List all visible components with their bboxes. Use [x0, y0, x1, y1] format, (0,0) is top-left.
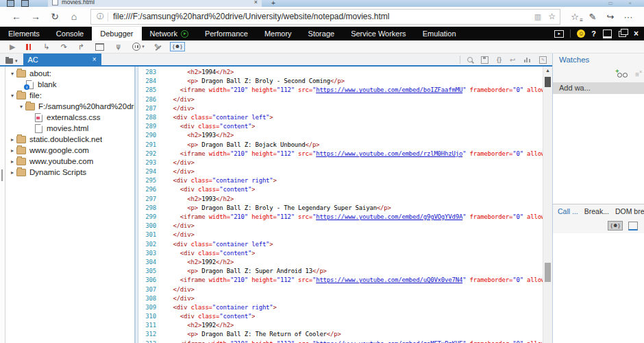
devtools-tab-elements[interactable]: Elements	[0, 27, 48, 40]
site-info-icon[interactable]: ⓘ	[97, 12, 103, 21]
code-line[interactable]: 308 </div>	[138, 294, 543, 303]
line-number[interactable]: 303	[138, 249, 166, 258]
code-line[interactable]: 310 <div class="content">	[138, 312, 543, 321]
new-tab-button[interactable]: +	[271, 0, 275, 7]
edit-source-icon[interactable]: ✎	[539, 56, 547, 64]
line-number[interactable]: 289	[138, 122, 166, 131]
help-icon[interactable]: ?	[591, 29, 596, 38]
code-line[interactable]: 302 <div class="container left">	[138, 240, 543, 249]
step-out-icon[interactable]: ↱	[78, 41, 84, 52]
expander-closed-icon[interactable]: ▸	[9, 147, 16, 154]
line-number[interactable]: 309	[138, 303, 166, 312]
hub-icon[interactable]: ☆≡	[566, 12, 584, 22]
code-link[interactable]: https://www.youtube.com/embed/zaMETxPzKH…	[316, 340, 462, 343]
devtools-tab-emulation[interactable]: Emulation	[414, 27, 465, 40]
step-into-icon[interactable]: ↳	[43, 41, 49, 52]
line-number[interactable]: 311	[138, 321, 166, 330]
line-number[interactable]: 291	[138, 141, 166, 150]
line-number[interactable]: 286	[138, 95, 166, 104]
url-text[interactable]: file:///F:/samsung%20hard%20drive/Univer…	[113, 12, 530, 21]
line-number[interactable]: 295	[138, 176, 166, 185]
code-line[interactable]: 303 <div class="content">	[138, 249, 543, 258]
back-icon[interactable]: ←	[7, 8, 26, 25]
step-over-icon[interactable]: ↷	[61, 41, 67, 52]
feedback-smiley-icon[interactable]: ☺	[577, 29, 585, 38]
home-icon[interactable]: ⌂	[64, 8, 84, 25]
delete-all-watches-icon[interactable]: ≡×	[635, 71, 639, 78]
add-watch-row[interactable]: Add wa...	[553, 82, 644, 94]
code-link[interactable]: https://www.youtube.com/embed/g9gVOgYVd9…	[316, 213, 462, 220]
devtools-tab-console[interactable]: Console	[48, 27, 92, 40]
line-number[interactable]: 304	[138, 258, 166, 267]
exception-control-icon[interactable]	[132, 43, 140, 51]
line-number[interactable]: 298	[138, 204, 166, 213]
line-number[interactable]: 294	[138, 167, 166, 176]
save-icon[interactable]	[481, 56, 488, 64]
devtools-tab-storage[interactable]: Storage	[300, 27, 343, 40]
line-number[interactable]: 310	[138, 312, 166, 321]
line-number[interactable]: 307	[138, 285, 166, 294]
editor-scrollbar[interactable]: ▲	[543, 67, 552, 343]
address-bar[interactable]: ⓘ file:///F:/samsung%20hard%20drive/Univ…	[90, 9, 560, 25]
line-number[interactable]: 288	[138, 113, 166, 122]
share-icon[interactable]: ↪	[602, 12, 619, 22]
event-breakpoint-icon[interactable]: ⋔	[115, 43, 121, 51]
show-library-code-icon[interactable]: {☻}	[608, 221, 623, 230]
line-number[interactable]: 312	[138, 330, 166, 339]
add-watch-icon[interactable]: +	[617, 71, 628, 78]
code-line[interactable]: 291 <p> Dragon Ball Z: Bojack Unbound</p…	[138, 141, 543, 150]
reading-view-icon[interactable]: ▥	[534, 12, 541, 21]
code-link[interactable]: https://www.youtube.com/embed/uQ0Vx0ve7N…	[316, 276, 462, 283]
browser-tab[interactable]: movies.html ×	[48, 0, 262, 7]
code-line[interactable]: 285 <iframe width="210" height="112" src…	[138, 86, 543, 95]
expander-open-icon[interactable]: ▾	[9, 71, 16, 77]
callstack-tab-dom-brea-[interactable]: DOM brea...	[615, 207, 644, 215]
code-line[interactable]: 299 <iframe width="210" height="112" src…	[138, 213, 543, 222]
code-line[interactable]: 309 <div class="container right">	[138, 303, 543, 312]
expander-closed-icon[interactable]: ▸	[9, 169, 16, 176]
code-line[interactable]: 298 <p> Dragon Ball Z: Broly - The Legen…	[138, 204, 543, 213]
code-line[interactable]: 289 <div class="content">	[138, 122, 543, 131]
line-number[interactable]: 308	[138, 294, 166, 303]
devtools-tab-memory[interactable]: Memory	[256, 27, 300, 40]
tree-item-blank[interactable]: iblank	[5, 79, 134, 90]
line-number[interactable]: 301	[138, 230, 166, 239]
line-number[interactable]: 287	[138, 104, 166, 113]
code-line[interactable]: 311 <h2>1992</h2>	[138, 321, 543, 330]
code-line[interactable]: 296 <div class="content">	[138, 185, 543, 194]
devtools-tab-debugger[interactable]: Debugger	[92, 27, 141, 40]
line-number[interactable]: 292	[138, 150, 166, 158]
code-line[interactable]: 288 <div class="container left">	[138, 113, 543, 122]
tab-close-icon[interactable]: ×	[254, 0, 258, 5]
callstack-tab-break-[interactable]: Break...	[584, 207, 609, 215]
tree-item-externalcss-css[interactable]: externalcss.css	[5, 112, 134, 123]
line-number[interactable]: 284	[138, 77, 166, 86]
collapsed-panel-splitter[interactable]	[0, 67, 5, 343]
code-line[interactable]: 312 <p> Dragon Ball Z: The Return of Coo…	[138, 330, 543, 339]
code-line[interactable]: 306 <iframe width="210" height="112" src…	[138, 276, 543, 285]
async-callstack-icon[interactable]	[628, 222, 638, 230]
break-on-new-worker-icon[interactable]	[95, 43, 104, 51]
code-editor[interactable]: 283 <h2>1994</h2>284 <p> Dragon Ball Z: …	[138, 67, 552, 343]
tree-item-movies-html[interactable]: movies.html	[5, 123, 134, 134]
line-number[interactable]: 293	[138, 158, 166, 167]
tree-item-dynamic-scripts[interactable]: ▸Dynamic Scripts	[5, 167, 134, 178]
just-my-code-icon[interactable]: {☻}	[170, 42, 185, 51]
disable-breakpoints-icon[interactable]: ✎	[154, 43, 160, 51]
code-line[interactable]: 287 </div>	[138, 104, 543, 113]
forward-icon[interactable]: →	[26, 8, 45, 25]
code-line[interactable]: 290 <h2>1993</h2>	[138, 131, 543, 140]
expander-closed-icon[interactable]: ▸	[9, 158, 16, 165]
document-tab-close-icon[interactable]: ×	[92, 56, 97, 63]
line-number[interactable]: 297	[138, 195, 166, 204]
tree-item-about-[interactable]: ▾about:	[5, 68, 134, 79]
expander-open-icon[interactable]: ▾	[18, 104, 25, 110]
callstack-tab-call-[interactable]: Call ...	[558, 207, 578, 215]
document-tab[interactable]: AC ×	[23, 54, 101, 65]
code-line[interactable]: 301 </div>	[138, 230, 543, 239]
tree-item-www-google-com[interactable]: ▸www.google.com	[5, 145, 134, 156]
line-number[interactable]: 296	[138, 185, 166, 194]
code-line[interactable]: 295 <div class="container right">	[138, 176, 543, 185]
pretty-print-icon[interactable]: {}	[497, 56, 501, 63]
code-line[interactable]: 313 <iframe width="210" height="112" src…	[138, 340, 543, 343]
